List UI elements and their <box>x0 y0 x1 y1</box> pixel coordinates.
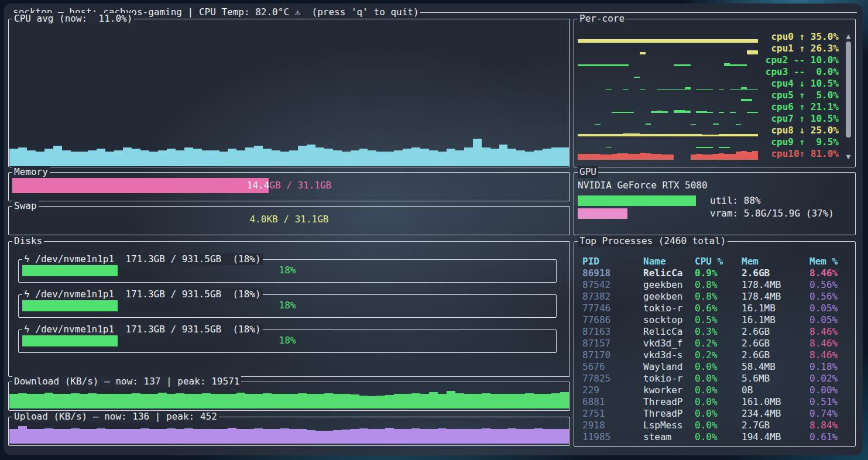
disks-panel: Disks ϟ /dev/nvme1n1p1 171.3GB / 931.5GB… <box>8 241 570 377</box>
spark-bar <box>747 112 753 113</box>
spark-bar <box>578 134 584 136</box>
download-sparkline <box>9 391 569 408</box>
process-row[interactable]: 77686socktop0.5%16.1MB0.05% <box>582 314 849 326</box>
spark-bar <box>713 39 719 43</box>
spark-bar <box>747 152 753 160</box>
spark-bar <box>629 39 634 43</box>
mem-pct-cell: 8.46% <box>809 338 838 349</box>
spark-bar <box>289 394 298 408</box>
spark-bar <box>634 39 640 43</box>
scroll-down-icon[interactable]: ▼ <box>845 153 852 161</box>
mem-cell: 2.7GB <box>742 420 770 431</box>
process-row[interactable]: 5676Wayland0.0%58.4MB0.18% <box>582 361 849 373</box>
spark-bar <box>646 123 651 125</box>
spark-bar <box>752 89 758 90</box>
spark-bar <box>272 429 280 444</box>
spark-bar <box>307 394 315 408</box>
spark-bar <box>747 50 753 54</box>
spark-bar <box>691 39 697 43</box>
spark-bar <box>736 134 742 136</box>
spark-bar <box>724 134 730 136</box>
spark-bar <box>351 429 359 444</box>
scrollbar-thumb[interactable] <box>846 42 851 138</box>
name-cell: tokio-r <box>643 373 682 385</box>
process-row[interactable]: 6881ThreadP0.0%161.0MB0.51% <box>582 396 849 408</box>
memory-gauge: 14.4GB / 31.1GB <box>12 178 566 193</box>
spark-bar <box>97 149 105 166</box>
process-row[interactable]: 86918RelicCa0.9%2.6GB8.46% <box>582 267 849 279</box>
scroll-up-icon[interactable]: ▲ <box>845 32 852 40</box>
process-row[interactable]: 87170vkd3d-s0.2%2.6GB8.46% <box>582 349 849 361</box>
spark-bar <box>747 134 753 136</box>
core-row-cpu1: cpu1 ↑ 26.3% <box>578 43 853 54</box>
column-header[interactable]: PID <box>582 256 599 267</box>
spark-bar <box>447 149 455 166</box>
spark-bar <box>324 431 333 444</box>
name-cell: socktop <box>643 314 682 326</box>
process-row[interactable]: 2918LspMess0.0%2.7GB8.84% <box>582 420 849 431</box>
process-row[interactable]: 11985steam0.0%194.4MB0.61% <box>582 431 849 443</box>
process-row[interactable]: 77825tokio-r0.0%5.6MB0.02% <box>582 373 849 385</box>
process-row[interactable]: 87382geekben0.8%178.4MB0.56% <box>582 291 849 303</box>
spark-bar <box>623 39 629 43</box>
per-core-scrollbar[interactable]: ▲ ▼ <box>845 32 852 161</box>
core-sparkline <box>578 126 758 136</box>
spark-bar <box>97 394 105 408</box>
spark-bar <box>376 429 385 444</box>
spark-bar <box>280 152 289 166</box>
spark-bar <box>88 393 97 408</box>
pid-cell: 2918 <box>582 420 605 431</box>
process-row[interactable]: 77746tokio-r0.6%16.1MB0.05% <box>582 303 849 314</box>
spark-bar <box>62 150 71 167</box>
spark-bar <box>403 429 411 444</box>
spark-bar <box>741 151 747 160</box>
disk-gauge-label: 18% <box>22 300 553 311</box>
mem-pct-cell: 0.00% <box>809 385 838 396</box>
spark-bar <box>211 150 219 167</box>
spark-bar <box>551 393 560 408</box>
spark-bar <box>167 149 176 166</box>
spark-bar <box>730 89 736 90</box>
spark-bar <box>376 152 385 166</box>
column-header[interactable]: Mem % <box>809 256 838 267</box>
spark-bar <box>105 429 114 444</box>
process-row[interactable]: 87542geekben0.8%178.4MB0.56% <box>582 279 849 291</box>
spark-bar <box>713 123 719 125</box>
disks-panel-title: Disks <box>12 235 44 247</box>
spark-bar <box>411 393 420 408</box>
core-sparkline <box>578 44 758 54</box>
spark-bar <box>18 393 27 408</box>
pid-cell: 229 <box>582 385 599 396</box>
column-header[interactable]: CPU % <box>695 256 723 267</box>
spark-bar <box>685 39 691 43</box>
process-row[interactable]: 229kworker0.0%0B0.00% <box>582 385 849 396</box>
spark-bar <box>707 112 713 113</box>
spark-bar <box>516 394 525 408</box>
spark-bar <box>167 394 176 408</box>
spark-bar <box>473 394 482 408</box>
core-sparkline <box>578 102 758 113</box>
spark-bar <box>490 149 499 166</box>
column-header[interactable]: Mem <box>742 256 759 267</box>
spark-bar <box>140 428 149 444</box>
spark-bar <box>123 394 132 408</box>
process-row[interactable]: 87157vkd3d_f0.2%2.6GB8.46% <box>582 338 849 349</box>
spark-bar <box>736 152 742 160</box>
mem-cell: 5.6MB <box>742 373 770 385</box>
spark-bar <box>679 134 685 136</box>
spark-bar <box>516 150 525 167</box>
core-row-cpu8: cpu8 ↓ 25.0% <box>578 125 853 136</box>
core-sparkline <box>578 32 758 43</box>
spark-bar <box>394 394 403 408</box>
mem-pct-cell: 0.51% <box>809 396 838 408</box>
spark-bar <box>724 147 730 148</box>
column-header[interactable]: Name <box>643 256 666 267</box>
mem-pct-cell: 0.56% <box>809 279 838 291</box>
core-label: cpu1 ↑ 26.3% <box>764 43 839 54</box>
process-row[interactable]: 2751ThreadP0.0%234.4MB0.74% <box>582 408 849 420</box>
spark-bar <box>298 393 307 408</box>
spark-bar <box>236 429 245 444</box>
spark-bar <box>315 431 324 444</box>
process-row[interactable]: 87163RelicCa0.3%2.6GB8.46% <box>582 326 849 338</box>
spark-bar <box>507 394 516 409</box>
